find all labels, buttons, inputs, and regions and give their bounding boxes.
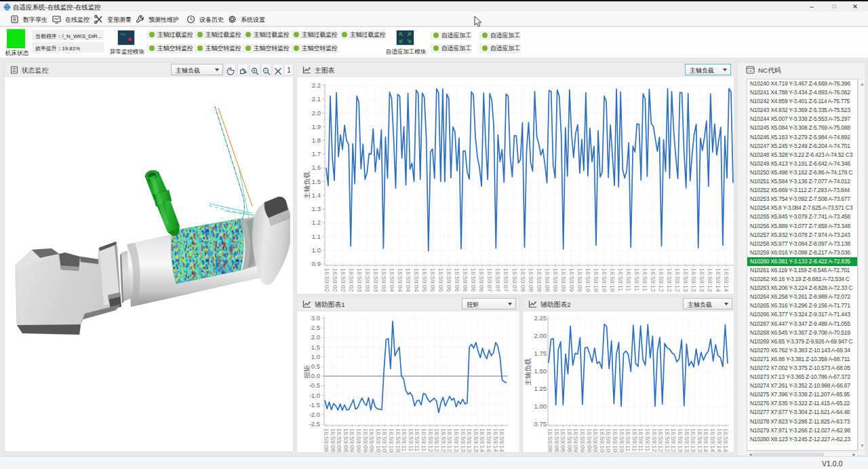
svg-text:16:59:11: 16:59:11: [420, 428, 427, 451]
svg-text:16:59:10: 16:59:10: [618, 428, 625, 452]
svg-text:16:59:05: 16:59:05: [421, 268, 428, 292]
svg-text:16:59:11: 16:59:11: [625, 428, 631, 451]
svg-text:-2.0: -2.0: [309, 411, 320, 418]
svg-text:16:59:11: 16:59:11: [625, 268, 632, 291]
svg-text:16:59:13: 16:59:13: [690, 428, 696, 452]
svg-text:16:59:09: 16:59:09: [592, 428, 599, 452]
svg-text:2.0: 2.0: [312, 109, 321, 117]
svg-text:扭矩: 扭矩: [303, 365, 311, 379]
svg-text:16:59:09: 16:59:09: [560, 268, 567, 292]
svg-text:16:59:09: 16:59:09: [579, 428, 586, 452]
svg-text:16:59:08: 16:59:08: [566, 428, 573, 452]
svg-text:16:59:14: 16:59:14: [486, 428, 492, 452]
svg-text:16:59:09: 16:59:09: [368, 428, 375, 452]
svg-text:16:59:08: 16:59:08: [519, 268, 526, 292]
svg-text:-0.5: -0.5: [309, 381, 320, 389]
svg-text:16:59:11: 16:59:11: [408, 428, 414, 451]
svg-text:1.0: 1.0: [312, 246, 321, 254]
svg-text:16:59:04: 16:59:04: [389, 268, 395, 292]
svg-text:16:59:11: 16:59:11: [637, 428, 644, 451]
svg-text:3.0: 3.0: [311, 314, 320, 322]
svg-text:0.5: 0.5: [311, 362, 320, 370]
svg-text:16:59:09: 16:59:09: [572, 428, 579, 452]
svg-text:16:59:13: 16:59:13: [466, 428, 473, 452]
svg-text:1.5: 1.5: [312, 178, 321, 185]
svg-text:16:59:14: 16:59:14: [715, 268, 722, 292]
svg-text:16:59:11: 16:59:11: [633, 268, 640, 291]
svg-text:16:59:03: 16:59:03: [356, 268, 363, 292]
svg-text:16:59:09: 16:59:09: [355, 428, 362, 452]
svg-text:16:59:06: 16:59:06: [478, 268, 485, 292]
svg-text:16:59:12: 16:59:12: [664, 428, 671, 452]
svg-text:2.25: 2.25: [534, 314, 547, 322]
svg-text:16:59:05: 16:59:05: [429, 268, 436, 292]
svg-text:16:59:12: 16:59:12: [427, 428, 434, 452]
svg-text:16:59:13: 16:59:13: [460, 428, 467, 452]
svg-text:1.9: 1.9: [312, 123, 321, 130]
svg-text:16:59:08: 16:59:08: [559, 428, 566, 452]
svg-text:16:59:09: 16:59:09: [586, 428, 593, 452]
svg-text:1.8: 1.8: [312, 136, 321, 144]
svg-text:16:59:11: 16:59:11: [617, 268, 624, 291]
svg-text:16:59:04: 16:59:04: [405, 268, 412, 292]
svg-text:16:59:09: 16:59:09: [576, 268, 583, 292]
svg-text:1.5: 1.5: [311, 343, 320, 351]
svg-text:16:59:02: 16:59:02: [340, 268, 347, 292]
svg-text:16:59:10: 16:59:10: [585, 268, 591, 292]
svg-text:1.4: 1.4: [312, 191, 321, 199]
svg-text:16:59:09: 16:59:09: [568, 268, 575, 292]
svg-text:16:59:10: 16:59:10: [593, 268, 599, 292]
svg-text:16:59:12: 16:59:12: [666, 268, 673, 292]
svg-text:16:59:14: 16:59:14: [723, 268, 730, 292]
svg-text:16:59:10: 16:59:10: [395, 428, 401, 452]
svg-text:16:59:13: 16:59:13: [690, 268, 697, 292]
svg-text:16:59:10: 16:59:10: [599, 428, 606, 452]
svg-text:16:59:03: 16:59:03: [364, 268, 371, 292]
svg-text:16:59:13: 16:59:13: [698, 268, 705, 292]
svg-text:1.7: 1.7: [312, 150, 321, 157]
svg-text:16:59:11: 16:59:11: [401, 428, 408, 451]
svg-text:16:59:10: 16:59:10: [381, 428, 388, 452]
svg-text:16:59:11: 16:59:11: [642, 268, 648, 291]
svg-text:16:59:12: 16:59:12: [651, 428, 658, 452]
svg-text:0.9: 0.9: [312, 260, 321, 267]
svg-text:1.1: 1.1: [312, 233, 321, 240]
svg-text:1.75: 1.75: [534, 350, 547, 357]
svg-text:16:59:12: 16:59:12: [657, 428, 664, 452]
svg-text:16:59:14: 16:59:14: [492, 428, 499, 452]
svg-text:2.5: 2.5: [311, 324, 320, 331]
svg-text:16:59:09: 16:59:09: [349, 428, 355, 452]
svg-text:1.00: 1.00: [534, 402, 547, 410]
svg-text:16:59:10: 16:59:10: [375, 428, 382, 452]
svg-text:16:59:08: 16:59:08: [323, 428, 330, 452]
svg-text:16:59:13: 16:59:13: [682, 268, 689, 292]
svg-text:1.0: 1.0: [311, 353, 320, 360]
svg-text:16:59:08: 16:59:08: [553, 428, 560, 452]
svg-text:2.0: 2.0: [311, 333, 320, 341]
svg-text:16:59:08: 16:59:08: [528, 268, 534, 292]
svg-text:16:59:09: 16:59:09: [552, 268, 559, 292]
svg-text:16:59:08: 16:59:08: [536, 268, 542, 292]
svg-text:16:59:12: 16:59:12: [670, 428, 677, 452]
svg-text:2.00: 2.00: [534, 332, 547, 339]
svg-text:-1.5: -1.5: [309, 401, 320, 409]
svg-text:0.0: 0.0: [311, 372, 320, 379]
svg-text:16:59:05: 16:59:05: [446, 268, 452, 292]
svg-text:16:59:12: 16:59:12: [674, 268, 681, 292]
svg-text:16:59:13: 16:59:13: [684, 428, 690, 452]
svg-text:16:59:12: 16:59:12: [433, 428, 440, 452]
svg-text:16:59:13: 16:59:13: [453, 428, 460, 452]
svg-text:16:59:07: 16:59:07: [486, 268, 493, 292]
svg-text:1.3: 1.3: [312, 205, 321, 212]
svg-text:16:59:10: 16:59:10: [612, 428, 618, 452]
svg-text:16:59:06: 16:59:06: [454, 268, 460, 292]
svg-text:1.2: 1.2: [312, 219, 321, 226]
svg-text:16:59:02: 16:59:02: [348, 268, 355, 292]
svg-text:16:59:10: 16:59:10: [388, 428, 395, 452]
svg-text:16:59:10: 16:59:10: [605, 428, 612, 452]
svg-text:16:59:14: 16:59:14: [703, 428, 709, 452]
svg-text:16:59:06: 16:59:06: [470, 268, 477, 292]
svg-text:主轴负载: 主轴负载: [303, 172, 311, 200]
svg-text:16:59:10: 16:59:10: [609, 268, 616, 292]
svg-text:16:59:10: 16:59:10: [601, 268, 608, 292]
